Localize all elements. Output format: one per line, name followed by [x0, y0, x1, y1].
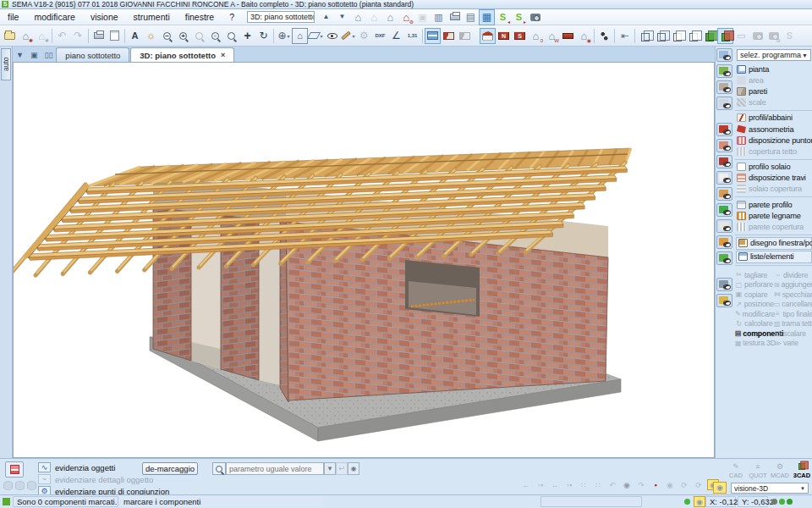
marked-stack-button[interactable] — [5, 461, 24, 478]
menu-help[interactable]: ? — [222, 10, 242, 24]
layer-puntoni-visibility[interactable] — [716, 139, 732, 152]
visibility-eye-icon[interactable]: ◉ — [713, 482, 727, 494]
layer-profili-visibility[interactable] — [716, 123, 732, 136]
zoom-in-icon[interactable]: + — [175, 28, 191, 44]
layer-texture-visibility[interactable] — [716, 294, 732, 307]
storey-down-icon[interactable]: ▼ — [334, 9, 350, 25]
parameter-search-input[interactable] — [226, 462, 324, 475]
roof-visibility-icon[interactable] — [441, 28, 457, 44]
print-icon[interactable] — [91, 28, 107, 44]
tab-close-icon[interactable]: × — [221, 51, 225, 59]
carving-tool-icon[interactable]: ▾ — [340, 28, 356, 44]
layer-area-visibility[interactable] — [716, 64, 732, 78]
print-preview-icon[interactable] — [107, 28, 123, 44]
wall-view-0-icon[interactable]: ⌂0 — [528, 28, 544, 44]
layer-solaio-visibility[interactable] — [716, 171, 732, 185]
program-item-pianta[interactable]: pianta — [735, 64, 812, 75]
cad-tab-mcad[interactable]: ⚙MCAD — [770, 461, 790, 479]
open-icon[interactable] — [2, 28, 18, 44]
storey-up-icon[interactable]: ▲ — [318, 9, 334, 25]
sema-data-import-icon[interactable]: S◂ — [495, 9, 511, 25]
program-item-assonometria[interactable]: assonometria — [735, 124, 812, 135]
sema-data-export-icon[interactable]: S▸ — [511, 9, 527, 25]
program-item-profilo-solaio[interactable]: profilo solaio — [735, 162, 812, 173]
view-tab-0[interactable]: piano sottotetto — [56, 47, 129, 62]
measure-length-icon[interactable]: 1,31 — [404, 28, 420, 44]
view-mode-select[interactable]: visione-3D ▼ — [731, 483, 809, 494]
storey-1-icon[interactable]: ⌂ — [350, 9, 366, 25]
search-user-icon[interactable]: ◉ — [348, 462, 359, 475]
layer-componenti-visibility[interactable] — [716, 278, 732, 291]
building-settings-icon[interactable]: ⌂⚙ — [398, 9, 414, 25]
wireframe-hidden-cube-icon[interactable] — [653, 28, 669, 44]
layer-pianta-visibility[interactable] — [716, 48, 732, 62]
visibility-icon[interactable] — [324, 28, 340, 44]
layer-copertura-visibility[interactable] — [716, 155, 732, 168]
demark-button[interactable]: de-marcaggio — [142, 462, 198, 475]
menu-modificare[interactable]: modificare — [26, 10, 82, 24]
tool-componenti[interactable]: ▤componenti — [735, 329, 774, 338]
eye-dark-icon[interactable]: ◉ — [621, 479, 633, 490]
wall-view-north-icon[interactable]: N — [496, 28, 512, 44]
rotate-3d-icon[interactable]: ⊕▾ — [276, 28, 292, 44]
text-display-icon[interactable]: A — [127, 28, 143, 44]
cad-tab-3cad[interactable]: 3CAD — [792, 461, 812, 479]
outline-cube-icon[interactable] — [669, 28, 685, 44]
wall-view-south-icon[interactable]: S — [512, 28, 528, 44]
program-item-parete-legname[interactable]: parete legname — [735, 210, 812, 221]
beam-view-icon[interactable] — [560, 28, 576, 44]
layer-solaio-copertura-visibility[interactable] — [716, 203, 732, 217]
split-view-icon[interactable]: ▯▯ — [41, 51, 56, 62]
layer-scale-visibility[interactable] — [716, 97, 732, 110]
status-eye-icon[interactable]: ◉ — [694, 496, 705, 507]
search-icon[interactable] — [212, 462, 226, 475]
layer-travi-visibility[interactable] — [716, 187, 732, 201]
print-window-icon[interactable] — [447, 9, 463, 25]
report-icon[interactable]: ▤ — [463, 9, 479, 25]
highlight-details-icon[interactable]: ~ — [38, 474, 51, 484]
measure-angle-icon[interactable]: ∠ — [388, 28, 404, 44]
3d-viewport[interactable] — [13, 63, 715, 458]
zoom-out-icon[interactable]: − — [159, 28, 175, 44]
rotate-view-icon[interactable]: ↻ — [255, 28, 272, 44]
program-item-disposizione-puntoni[interactable]: disposizione puntoni — [735, 135, 812, 146]
layer-parete-copertura-visibility[interactable] — [716, 251, 732, 265]
section-plane-icon[interactable]: ▾ — [308, 28, 324, 44]
marker-red-icon[interactable]: ▪ — [650, 479, 661, 490]
zoom-window-icon[interactable]: ▫ — [207, 28, 223, 44]
evaluation-icon[interactable]: ▦ — [479, 9, 495, 25]
menu-strumenti[interactable]: strumenti — [126, 10, 178, 24]
view-tab-1[interactable]: 3D: piano sottotetto× — [130, 47, 234, 62]
view-combo[interactable]: 3D: piano sottotetto — [247, 11, 315, 23]
layer-parete-legname-visibility[interactable] — [716, 235, 732, 249]
pan-icon[interactable]: + — [239, 28, 255, 44]
tab-list-dropdown[interactable]: ▼ — [13, 51, 27, 62]
program-select[interactable]: selez. programma ▼ — [737, 49, 811, 61]
program-item-pareti[interactable]: pareti — [735, 86, 812, 97]
dxf-export-icon[interactable]: DXF — [372, 28, 388, 44]
search-dropdown-icon[interactable]: ▼ — [324, 462, 336, 475]
project-assistant-icon[interactable]: ⌂✱ — [18, 28, 34, 44]
textured-cube-icon[interactable] — [717, 28, 733, 44]
white-cube-icon[interactable] — [685, 28, 701, 44]
storey-3-icon[interactable]: ⌂ — [382, 9, 398, 25]
cad-tab-cad[interactable]: ✎CAD — [726, 461, 746, 479]
cad-tab-quot[interactable]: ≡QUOT — [748, 461, 768, 479]
close-view-icon[interactable]: ▣ — [27, 51, 41, 62]
menu-file[interactable]: file — [0, 10, 26, 24]
wireframe-cube-icon[interactable] — [637, 28, 653, 44]
walkthrough-icon[interactable] — [596, 28, 612, 44]
program-item-liste-elementi[interactable]: liste/elementi — [736, 251, 812, 263]
menu-visione[interactable]: visione — [83, 10, 126, 24]
program-item-disposizione-travi[interactable]: disposizione travi — [735, 173, 812, 184]
house-view-icon[interactable]: ⌂ — [292, 28, 308, 44]
layer-parete-profilo-visibility[interactable] — [716, 219, 732, 233]
wall-view-west-icon[interactable]: ⌂W — [544, 28, 560, 44]
step-back-icon[interactable]: ⇤ — [617, 28, 633, 44]
house-3d-view-icon[interactable] — [480, 28, 496, 44]
new-window-icon[interactable]: ▥ — [431, 9, 447, 25]
snapshot-icon[interactable] — [527, 9, 543, 25]
program-item-disegno-finestra-porta[interactable]: disegno finestra/porta — [736, 237, 812, 250]
layer-bands-icon[interactable] — [425, 28, 441, 44]
shaded-cube-icon[interactable] — [701, 28, 717, 44]
